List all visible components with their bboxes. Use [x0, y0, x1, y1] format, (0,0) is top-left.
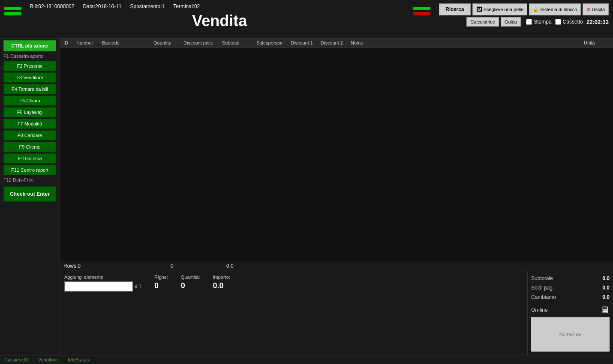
table-footer: Rows:0 0 0.0 — [60, 261, 613, 271]
col-header-discount2: Discount 2 — [321, 40, 351, 45]
col-header-unita: Unità — [584, 40, 610, 45]
sidebar: CTRL più azione F1 Cassetto aperto F2 Pr… — [0, 39, 60, 355]
online-icon: 🖥 — [600, 304, 610, 316]
cambiamo-value: 0.0 — [602, 294, 610, 300]
f3-button[interactable]: F3 Venditore — [3, 72, 56, 83]
f7-button[interactable]: F7 Modalità — [3, 119, 56, 129]
ctrl-button[interactable]: CTRL più azione — [3, 40, 56, 51]
checkout-button[interactable]: Check-out Enter — [3, 186, 56, 202]
spostamento-info: Spostamento:1 — [130, 3, 165, 9]
bottom-left: Aggiungi elemento: x 1 Righe: 0 Quantità… — [60, 271, 527, 355]
f2-button[interactable]: F2 Presente — [3, 61, 56, 71]
col-header-subtotal: Subtotal — [222, 40, 256, 45]
right-panel: Subtotale 0.0 Soldi pag. 0.0 Cambiamo 0.… — [527, 271, 613, 355]
col-header-salesperson: Salesperson — [256, 40, 291, 45]
righe-value: 0 — [154, 281, 168, 290]
importo-label: Importo: — [213, 274, 230, 280]
soldipag-row: Soldi pag. 0.0 — [531, 284, 610, 292]
bill-info: Bill:02-1810000002 — [30, 3, 74, 9]
f1-label: F1 Cassetto aperto — [3, 53, 56, 60]
f9-button[interactable]: F9 Cliente — [3, 142, 56, 152]
cassetto-checkbox-label: Cassetto — [555, 19, 583, 25]
skin-icon: 🖼 — [476, 6, 482, 13]
f4-button[interactable]: F4 Tornare da bill — [3, 84, 56, 94]
add-element-section: Aggiungi elemento: x 1 — [64, 274, 141, 292]
col-header-discount-price: Discount price — [183, 40, 222, 45]
status-bar: Cassiere:01 Venditore: IdleStatus: — [0, 355, 613, 364]
quantita-value: 0 — [181, 281, 200, 290]
cassiere-status: Cassiere:01 — [4, 357, 30, 362]
col-header-number: Number — [76, 40, 102, 45]
f8-button[interactable]: F8 Caricare — [3, 130, 56, 140]
no-picture: No Picture — [531, 317, 610, 352]
f5-button[interactable]: F5 Chiara — [3, 95, 56, 106]
footer-qty: 0 — [171, 263, 226, 269]
page-title: Vendita — [26, 12, 413, 30]
indicator-red-1 — [413, 12, 430, 15]
f10-button[interactable]: F10 Si ritira — [3, 153, 56, 164]
col-header-quantity: Quantity — [153, 40, 183, 45]
cambiamo-row: Cambiamo 0.0 — [531, 293, 610, 301]
idle-status: IdleStatus: — [68, 357, 90, 362]
subtotale-label: Subtotale — [531, 275, 553, 281]
col-header-barcode: Barcode — [102, 40, 153, 45]
guida-button[interactable]: Guida — [501, 17, 521, 27]
f11-button[interactable]: F11 Centro report — [3, 165, 56, 175]
indicator-green-1 — [4, 7, 21, 10]
subtotale-value: 0.0 — [602, 275, 610, 281]
table-body — [60, 48, 613, 261]
terminal-info: Terminal:02 — [173, 3, 200, 9]
soldipag-label: Soldi pag. — [531, 285, 554, 291]
indicator-green-2 — [4, 12, 21, 15]
online-row: On-line 🖥 — [531, 304, 610, 316]
indicator-green-3 — [413, 7, 430, 10]
sistema-button[interactable]: 🔒 Sistema di blocco — [529, 3, 581, 15]
aggiungi-input[interactable] — [64, 281, 133, 292]
time-display: 22:02:32 — [586, 19, 609, 25]
f12-label: F12 Duty-Free — [3, 176, 56, 183]
righe-label: Righe: — [154, 274, 168, 280]
cambiamo-label: Cambiamo — [531, 294, 556, 300]
footer-rows: Rows:0 — [63, 263, 149, 269]
stampa-checkbox[interactable] — [526, 19, 532, 25]
ricerca-button[interactable]: Ricerca — [439, 3, 470, 15]
col-header-id: ID — [63, 40, 76, 45]
importo-section: Importo: 0.0 — [213, 274, 230, 290]
bottom-strip: Aggiungi elemento: x 1 Righe: 0 Quantità… — [60, 271, 613, 355]
table-header: ID Number Barcode Quantity Discount pric… — [60, 39, 613, 48]
exit-icon: ⊗ — [586, 7, 590, 12]
aggiungi-label: Aggiungi elemento: — [64, 274, 141, 280]
quantita-label: Quantità: — [181, 274, 200, 280]
data-info: Data:2018-10-11 — [83, 3, 121, 9]
footer-subtotal: 0.0 — [226, 263, 269, 269]
online-label: On-line — [531, 307, 548, 313]
col-header-nome: Nome — [351, 40, 584, 45]
soldipag-value: 0.0 — [602, 285, 610, 291]
righe-section: Righe: 0 — [154, 274, 168, 290]
scegliere-button[interactable]: 🖼 Scegliere una pelle — [472, 3, 528, 15]
x1-label: x 1 — [135, 283, 141, 289]
importo-value: 0.0 — [213, 281, 230, 290]
calcolatrice-button[interactable]: Calcolatrice — [466, 17, 499, 27]
uscita-button[interactable]: ⊗ Uscita — [583, 3, 609, 15]
lock-icon: 🔒 — [533, 7, 539, 12]
subtotale-row: Subtotale 0.0 — [531, 274, 610, 282]
venditore-status: Venditore: — [38, 357, 60, 362]
table-section: ID Number Barcode Quantity Discount pric… — [60, 39, 613, 355]
stampa-checkbox-label: Stampa — [526, 19, 551, 25]
f6-button[interactable]: F6 Layaway — [3, 107, 56, 117]
quantita-section: Quantità: 0 — [181, 274, 200, 290]
col-header-discount1: Discount 1 — [291, 40, 321, 45]
cassetto-checkbox[interactable] — [555, 19, 561, 25]
